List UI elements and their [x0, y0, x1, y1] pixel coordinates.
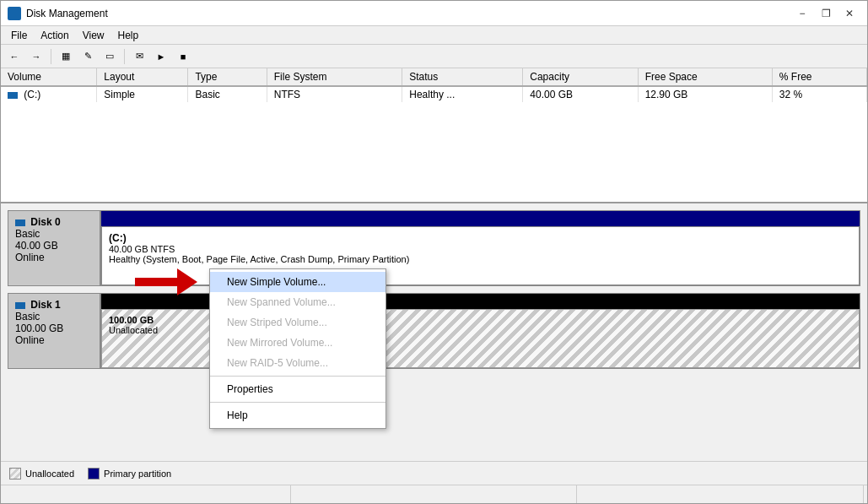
- toolbar-forward[interactable]: →: [26, 47, 46, 66]
- title-bar: Disk Management − ❐ ✕: [1, 1, 867, 26]
- close-button[interactable]: ✕: [838, 5, 860, 22]
- window-title: Disk Management: [26, 8, 791, 19]
- disk-0-volume-status: Healthy (System, Boot, Page File, Active…: [109, 254, 852, 264]
- toolbar-sep1: [51, 49, 51, 64]
- cell-status: Healthy ...: [402, 86, 523, 102]
- disk-0-volume-detail: 40.00 GB NTFS: [109, 244, 852, 254]
- ctx-sep2: [210, 402, 385, 403]
- cell-percentfree: 32 %: [772, 86, 866, 102]
- ctx-new-simple-volume[interactable]: New Simple Volume...: [210, 272, 385, 292]
- legend-primary: Primary partition: [88, 468, 171, 480]
- toolbar-play[interactable]: ►: [151, 47, 171, 66]
- context-menu: New Simple Volume... New Spanned Volume.…: [209, 268, 386, 429]
- col-filesystem[interactable]: File System: [267, 68, 402, 86]
- red-arrow: [135, 268, 197, 295]
- disk-0-icon: [15, 219, 25, 226]
- menu-action[interactable]: Action: [34, 28, 75, 43]
- disk-1-label: Disk 1 Basic 100.00 GB Online: [8, 294, 101, 368]
- disk-1-name: Disk 1: [15, 299, 93, 311]
- ctx-properties[interactable]: Properties: [210, 379, 385, 399]
- toolbar-back[interactable]: ←: [4, 47, 24, 66]
- cell-filesystem: NTFS: [267, 86, 402, 102]
- ctx-new-striped-volume[interactable]: New Striped Volume...: [210, 312, 385, 333]
- cell-layout: Simple: [97, 86, 188, 102]
- menu-view[interactable]: View: [76, 28, 111, 43]
- disk-1-icon: [15, 302, 25, 309]
- col-capacity[interactable]: Capacity: [523, 68, 638, 86]
- col-status[interactable]: Status: [402, 68, 523, 86]
- disk-0-label: Disk 0 Basic 40.00 GB Online: [8, 211, 101, 285]
- col-layout[interactable]: Layout: [97, 68, 188, 86]
- toolbar-msg[interactable]: ✉: [129, 47, 149, 66]
- ctx-new-mirrored-volume[interactable]: New Mirrored Volume...: [210, 333, 385, 353]
- ctx-new-raid5-volume[interactable]: New RAID-5 Volume...: [210, 353, 385, 373]
- status-bar: [1, 485, 867, 503]
- ctx-help[interactable]: Help: [210, 405, 385, 425]
- disk-0-volume-label: (C:): [109, 232, 852, 244]
- disk-0-bar: [101, 211, 860, 226]
- legend-unallocated-box: [9, 468, 21, 480]
- content-area: Volume Layout Type File System Status Ca…: [1, 68, 867, 485]
- disk-0-name: Disk 0: [15, 216, 93, 228]
- arrow-head: [177, 268, 197, 295]
- menu-file[interactable]: File: [4, 28, 34, 43]
- cell-freespace: 12.90 GB: [638, 86, 772, 102]
- col-freespace[interactable]: Free Space: [638, 68, 772, 86]
- toolbar-rect[interactable]: ▭: [100, 47, 120, 66]
- cell-volume: (C:): [1, 86, 97, 102]
- toolbar-edit[interactable]: ✎: [78, 47, 98, 66]
- disk-table: Volume Layout Type File System Status Ca…: [1, 68, 867, 102]
- disk-map-panel: Disk 0 Basic 40.00 GB Online (C:) 40.00 …: [1, 203, 867, 461]
- cell-type: Basic: [188, 86, 267, 102]
- disk-list-panel: Volume Layout Type File System Status Ca…: [1, 68, 867, 203]
- legend: Unallocated Primary partition: [1, 461, 867, 485]
- status-seg3: [577, 485, 864, 503]
- ctx-sep1: [210, 376, 385, 377]
- drive-icon: [8, 92, 18, 99]
- toolbar-stop[interactable]: ■: [173, 47, 193, 66]
- minimize-button[interactable]: −: [791, 5, 813, 22]
- col-volume[interactable]: Volume: [1, 68, 97, 86]
- menu-bar: File Action View Help: [1, 26, 867, 45]
- toolbar-sep2: [124, 49, 125, 64]
- legend-primary-label: Primary partition: [104, 469, 171, 479]
- legend-unallocated: Unallocated: [9, 468, 74, 480]
- legend-primary-box: [88, 468, 100, 480]
- toolbar: ← → ▦ ✎ ▭ ✉ ► ■: [1, 45, 867, 68]
- col-type[interactable]: Type: [188, 68, 267, 86]
- app-icon: [8, 7, 21, 20]
- menu-help[interactable]: Help: [111, 28, 146, 43]
- ctx-new-spanned-volume[interactable]: New Spanned Volume...: [210, 292, 385, 312]
- window: Disk Management − ❐ ✕ File Action View H…: [0, 0, 868, 504]
- disk-1-row: Disk 1 Basic 100.00 GB Online 100.00 GB …: [8, 293, 860, 369]
- status-seg2: [291, 485, 578, 503]
- restore-button[interactable]: ❐: [815, 5, 837, 22]
- table-row[interactable]: (C:) Simple Basic NTFS Healthy ... 40.00…: [1, 86, 867, 102]
- col-percentfree[interactable]: % Free: [772, 68, 866, 86]
- window-controls: − ❐ ✕: [791, 5, 860, 22]
- legend-unallocated-label: Unallocated: [25, 469, 74, 479]
- status-seg1: [4, 485, 291, 503]
- cell-capacity: 40.00 GB: [523, 86, 638, 102]
- toolbar-snap[interactable]: ▦: [56, 47, 76, 66]
- arrow-body: [135, 278, 177, 286]
